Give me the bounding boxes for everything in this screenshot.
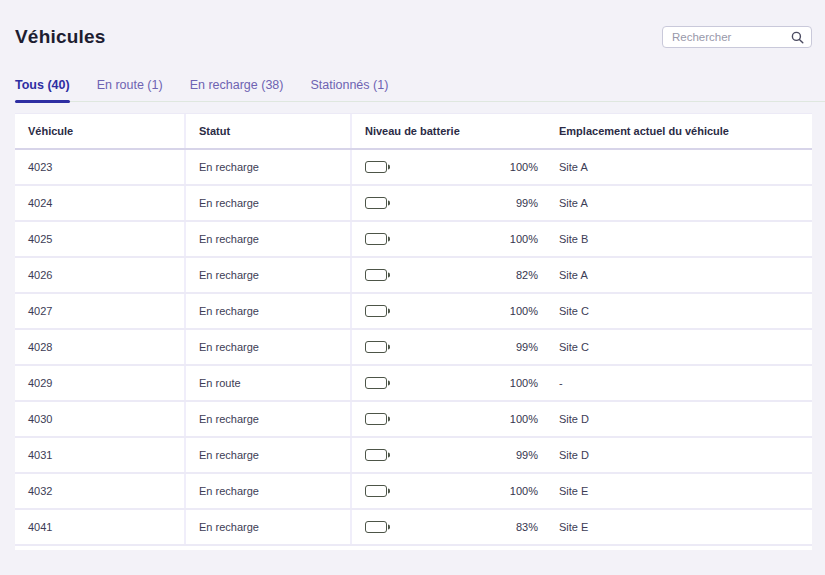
table-body: 4023 En recharge 100% Site A 4024 En rec… [15, 150, 812, 546]
vehicle-id-cell: 4023 [15, 150, 186, 184]
battery-percent: 99% [516, 449, 538, 461]
tab-en-route[interactable]: En route (1) [97, 78, 163, 101]
page-title: Véhicules [15, 26, 106, 48]
battery-percent: 100% [510, 377, 538, 389]
battery-percent: 99% [516, 197, 538, 209]
battery-icon [365, 485, 387, 497]
status-cell: En recharge [186, 510, 352, 544]
battery-icon [365, 305, 387, 317]
search-box[interactable] [662, 26, 812, 48]
tab-en-recharge[interactable]: En recharge (38) [190, 78, 284, 101]
battery-icon [365, 449, 387, 461]
location-cell: Site B [546, 222, 812, 256]
status-cell: En recharge [186, 294, 352, 328]
battery-icon [365, 413, 387, 425]
column-header-batterie: Niveau de batterie [352, 114, 546, 148]
status-cell: En recharge [186, 186, 352, 220]
tab-tous[interactable]: Tous (40) [15, 78, 70, 101]
vehicle-id-cell: 4030 [15, 402, 186, 436]
battery-icon [365, 521, 387, 533]
location-cell: Site E [546, 474, 812, 508]
table-row[interactable]: 4023 En recharge 100% Site A [15, 150, 812, 186]
column-header-statut: Statut [186, 114, 352, 148]
vehicle-id-cell: 4028 [15, 330, 186, 364]
search-icon[interactable] [791, 31, 804, 44]
location-cell: Site C [546, 330, 812, 364]
vehicles-table: Véhicule Statut Niveau de batterie Empla… [15, 113, 812, 546]
battery-icon [365, 377, 387, 389]
battery-percent: 100% [510, 485, 538, 497]
status-cell: En recharge [186, 258, 352, 292]
status-cell: En recharge [186, 150, 352, 184]
location-cell: Site A [546, 150, 812, 184]
battery-icon [365, 269, 387, 281]
location-cell: Site D [546, 402, 812, 436]
location-cell: Site D [546, 438, 812, 472]
table-row[interactable]: 4031 En recharge 99% Site D [15, 438, 812, 474]
battery-percent: 83% [516, 521, 538, 533]
vehicle-id-cell: 4041 [15, 510, 186, 544]
table-row[interactable]: 4041 En recharge 83% Site E [15, 510, 812, 546]
table-header-row: Véhicule Statut Niveau de batterie Empla… [15, 113, 812, 150]
battery-percent: 99% [516, 341, 538, 353]
vehicle-id-cell: 4029 [15, 366, 186, 400]
table-row[interactable]: 4028 En recharge 99% Site C [15, 330, 812, 366]
status-cell: En recharge [186, 330, 352, 364]
location-cell: Site A [546, 258, 812, 292]
table-row[interactable]: 4025 En recharge 100% Site B [15, 222, 812, 258]
battery-percent: 82% [516, 269, 538, 281]
battery-icon [365, 197, 387, 209]
column-header-emplacement: Emplacement actuel du véhicule [546, 114, 812, 148]
battery-icon [365, 161, 387, 173]
vehicle-id-cell: 4032 [15, 474, 186, 508]
status-cell: En recharge [186, 474, 352, 508]
tabs-divider [15, 101, 825, 102]
location-cell: Site C [546, 294, 812, 328]
vehicle-id-cell: 4025 [15, 222, 186, 256]
battery-percent: 100% [510, 413, 538, 425]
table-row[interactable]: 4032 En recharge 100% Site E [15, 474, 812, 510]
battery-percent: 100% [510, 233, 538, 245]
tab-bar: Tous (40) En route (1) En recharge (38) … [0, 78, 825, 101]
battery-icon [365, 341, 387, 353]
battery-percent: 100% [510, 305, 538, 317]
location-cell: Site E [546, 510, 812, 544]
partial-row [15, 546, 812, 550]
vehicle-id-cell: 4026 [15, 258, 186, 292]
table-row[interactable]: 4024 En recharge 99% Site A [15, 186, 812, 222]
table-row[interactable]: 4026 En recharge 82% Site A [15, 258, 812, 294]
location-cell: Site A [546, 186, 812, 220]
status-cell: En recharge [186, 402, 352, 436]
battery-icon [365, 233, 387, 245]
top-bar: Véhicules [0, 0, 825, 48]
vehicle-id-cell: 4024 [15, 186, 186, 220]
status-cell: En recharge [186, 222, 352, 256]
table-row[interactable]: 4027 En recharge 100% Site C [15, 294, 812, 330]
vehicle-id-cell: 4031 [15, 438, 186, 472]
battery-percent: 100% [510, 161, 538, 173]
vehicle-id-cell: 4027 [15, 294, 186, 328]
table-row[interactable]: 4030 En recharge 100% Site D [15, 402, 812, 438]
location-cell: - [546, 366, 812, 400]
column-header-vehicule: Véhicule [15, 114, 186, 148]
status-cell: En recharge [186, 438, 352, 472]
status-cell: En route [186, 366, 352, 400]
table-row[interactable]: 4029 En route 100% - [15, 366, 812, 402]
search-input[interactable] [672, 31, 784, 43]
tab-stationnes[interactable]: Stationnés (1) [310, 78, 388, 101]
